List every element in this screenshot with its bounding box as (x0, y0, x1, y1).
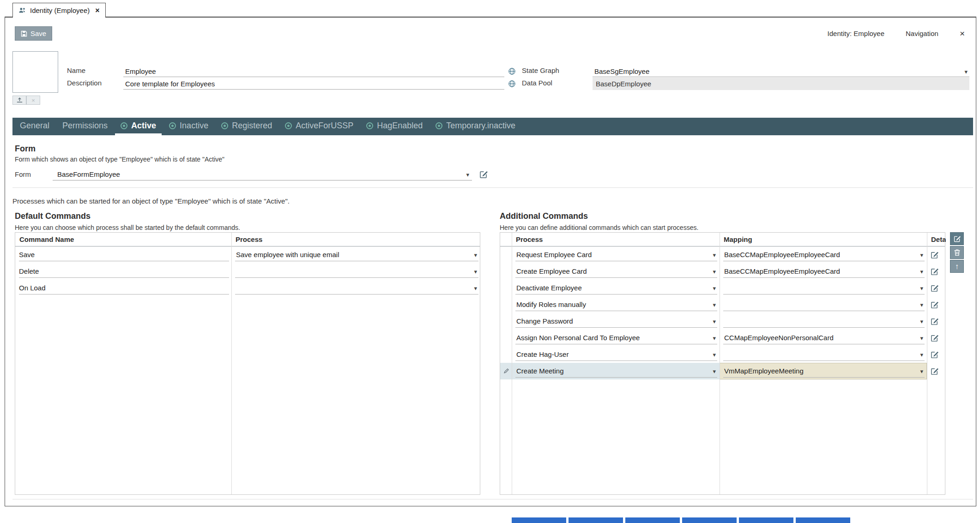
process-select[interactable]: Save employee with unique email (235, 248, 478, 261)
table-row[interactable]: Create Hag-User (500, 346, 945, 363)
table-row[interactable]: Assign Non Personal Card To EmployeeCCMa… (500, 330, 945, 346)
avatar-placeholder (12, 51, 58, 93)
tab-registered[interactable]: Registered (216, 118, 278, 135)
process-select[interactable]: Create Hag-User (515, 348, 717, 361)
process-select[interactable]: Request Employee Card (515, 248, 717, 261)
tab-inactive[interactable]: Inactive (163, 118, 214, 135)
table-row[interactable]: Deactivate Employee (500, 280, 945, 296)
description-field[interactable]: Core template for Employees (123, 78, 504, 90)
form-edit-button[interactable] (479, 170, 488, 179)
caret-down-icon (920, 317, 923, 325)
save-button[interactable]: Save (15, 26, 52, 41)
clear-image-button[interactable]: × (26, 96, 40, 105)
state-radio-icon (169, 122, 176, 129)
taskbar-segment[interactable] (739, 517, 793, 523)
edit-pencil-icon (953, 235, 961, 243)
mapping-cell: BaseCCMapEmployeeEmployeeCard (720, 263, 927, 280)
process-cell: Create Meeting (512, 363, 720, 379)
tab-activeforussp[interactable]: ActiveForUSSP (279, 118, 359, 135)
edit-pencil-icon (930, 317, 939, 326)
mapping-select[interactable]: VmMapEmployeeMeeting (723, 364, 925, 378)
taskbar-segment[interactable] (569, 517, 623, 523)
table-row[interactable]: Change Password (500, 313, 945, 330)
open-detail-button[interactable] (930, 334, 939, 343)
tab-hagenabled[interactable]: HagEnabled (361, 118, 428, 135)
tab-active[interactable]: Active (115, 118, 162, 135)
detail-cell (927, 280, 946, 296)
delete-row-button[interactable] (950, 246, 964, 259)
process-value: Change Password (516, 317, 573, 325)
form-select[interactable]: BaseFormEmployee (53, 168, 472, 180)
caret-down-icon (920, 301, 923, 308)
taskbar-segment[interactable] (796, 517, 850, 523)
process-cell: Assign Non Personal Card To Employee (512, 330, 720, 346)
edit-pencil-icon (930, 267, 939, 276)
caret-down-icon (713, 267, 716, 275)
row-handle-cell (500, 363, 512, 379)
taskbar-segment[interactable] (682, 517, 737, 523)
mapping-select[interactable] (723, 348, 925, 361)
save-button-label: Save (30, 30, 46, 37)
detail-cell (927, 296, 946, 313)
default-commands-table: Command Name Process SaveSave employee w… (15, 232, 480, 495)
window-close-icon[interactable]: × (960, 29, 965, 38)
caret-down-icon (713, 317, 716, 325)
additional-commands-actions: ↑ (950, 232, 964, 273)
edit-row-button[interactable] (950, 232, 964, 245)
process-select[interactable]: Change Password (515, 314, 717, 328)
app-window: Save Identity: Employee Navigation × × N… (5, 17, 976, 506)
edit-pencil-icon (930, 367, 939, 376)
process-value: Save employee with unique email (236, 251, 339, 258)
command-name-cell: Save (15, 246, 231, 263)
mapping-cell (720, 296, 927, 313)
mapping-select[interactable]: BaseCCMapEmployeeEmployeeCard (723, 265, 925, 278)
detail-cell (927, 263, 946, 280)
mapping-value: VmMapEmployeeMeeting (724, 367, 804, 375)
process-select[interactable]: Create Employee Card (515, 265, 717, 278)
open-detail-button[interactable] (930, 284, 939, 293)
process-cell (231, 263, 481, 280)
upload-image-button[interactable] (12, 96, 26, 105)
divider (12, 187, 973, 188)
open-detail-button[interactable] (930, 317, 939, 326)
taskbar-segment[interactable] (512, 517, 566, 523)
mapping-value: BaseCCMapEmployeeEmployeeCard (724, 251, 840, 258)
row-handle-cell (500, 280, 512, 296)
mapping-select[interactable] (723, 298, 925, 311)
open-detail-button[interactable] (930, 350, 939, 359)
mapping-select[interactable] (723, 281, 925, 295)
table-row[interactable]: Create Employee CardBaseCCMapEmployeeEmp… (500, 263, 945, 280)
process-select[interactable]: Modify Roles manually (515, 298, 717, 311)
tab-general[interactable]: General (14, 118, 55, 135)
open-detail-button[interactable] (930, 251, 939, 259)
process-select[interactable]: Deactivate Employee (515, 281, 717, 295)
name-field[interactable]: Employee (123, 66, 504, 77)
open-detail-button[interactable] (930, 367, 939, 376)
process-select[interactable]: Assign Non Personal Card To Employee (515, 331, 717, 344)
move-up-button[interactable]: ↑ (950, 260, 964, 273)
window-tab-close-icon[interactable]: × (95, 6, 99, 15)
navigation-link[interactable]: Navigation (906, 30, 938, 37)
tab-temporary-inactive[interactable]: Temporary.inactive (430, 118, 521, 135)
process-value: Assign Non Personal Card To Employee (516, 334, 640, 342)
process-select[interactable] (235, 265, 478, 278)
mapping-cell: CCMapEmployeeNonPersonalCard (720, 330, 927, 346)
process-select[interactable]: Create Meeting (515, 364, 717, 378)
mapping-select[interactable]: BaseCCMapEmployeeEmployeeCard (723, 248, 925, 261)
data-pool-text: BaseDpEmployee (596, 80, 651, 88)
state-graph-select[interactable]: BaseSgEmployee (593, 66, 969, 77)
mapping-select[interactable]: CCMapEmployeeNonPersonalCard (723, 331, 925, 344)
column-divider (720, 233, 720, 494)
arrow-up-icon: ↑ (955, 263, 959, 271)
table-row[interactable]: Create MeetingVmMapEmployeeMeeting (500, 363, 945, 379)
window-tab[interactable]: Identity (Employee) × (12, 3, 106, 18)
tab-permissions[interactable]: Permissions (57, 118, 113, 135)
table-row[interactable]: Modify Roles manually (500, 296, 945, 313)
open-detail-button[interactable] (930, 301, 939, 309)
table-row[interactable]: Request Employee CardBaseCCMapEmployeeEm… (500, 246, 945, 263)
open-detail-button[interactable] (930, 267, 939, 276)
taskbar-segment[interactable] (625, 517, 680, 523)
process-select[interactable] (235, 281, 478, 295)
mapping-select[interactable] (723, 314, 925, 328)
column-divider (512, 233, 512, 494)
